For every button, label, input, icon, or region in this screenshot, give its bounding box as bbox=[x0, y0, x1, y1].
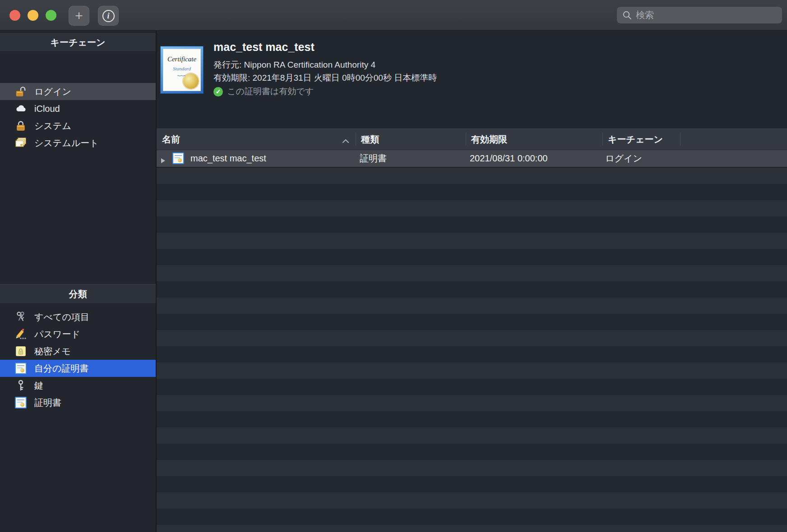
certificate-icon bbox=[14, 362, 27, 375]
table-body-empty-area bbox=[157, 167, 787, 532]
sidebar-item-label: 鍵 bbox=[34, 380, 43, 392]
column-header-keychain[interactable]: キーチェーン bbox=[608, 129, 663, 150]
sidebar-item-label: すべての項目 bbox=[34, 311, 89, 323]
category-section-header: 分類 bbox=[0, 284, 156, 304]
close-button[interactable] bbox=[9, 10, 20, 21]
valid-check-icon: ✓ bbox=[213, 87, 223, 96]
certificate-art-word: Certificate bbox=[163, 55, 200, 63]
get-info-button[interactable]: i bbox=[98, 6, 119, 26]
sidebar-item-label: システムルート bbox=[34, 137, 99, 149]
pencil-icon bbox=[14, 328, 27, 340]
search-icon bbox=[622, 10, 632, 20]
zoom-button[interactable] bbox=[46, 10, 56, 21]
table-row-mac-test[interactable]: mac_test mac_test 証明書 2021/08/31 0:00:00… bbox=[157, 150, 787, 167]
row-cell-keychain: ログイン bbox=[605, 150, 642, 167]
column-divider[interactable] bbox=[602, 133, 603, 146]
sidebar-item-certificates[interactable]: 証明書 bbox=[0, 394, 156, 411]
certificate-icon bbox=[14, 396, 27, 409]
sidebar-item-keys[interactable]: 鍵 bbox=[0, 377, 156, 394]
certificate-issuer: 発行元: Nippon RA Certification Authority 4 bbox=[213, 58, 437, 71]
sidebar-item-label: パスワード bbox=[34, 328, 80, 340]
add-item-button[interactable]: + bbox=[69, 6, 89, 26]
keychains-section-label: キーチェーン bbox=[51, 37, 106, 49]
table-header: 名前 種類 有効期限 キーチェーン bbox=[157, 128, 787, 150]
sidebar-item-all-items[interactable]: すべての項目 bbox=[0, 308, 156, 326]
lock-open-icon bbox=[14, 85, 27, 98]
certificate-art-word: Standard bbox=[163, 66, 200, 71]
sidebar-item-label: システム bbox=[34, 120, 71, 132]
row-cell-expires: 2021/08/31 0:00:00 bbox=[470, 150, 547, 167]
secure-note-icon bbox=[14, 345, 27, 358]
info-icon: i bbox=[102, 10, 115, 22]
certificate-seal bbox=[183, 73, 199, 89]
cloud-icon bbox=[14, 102, 27, 115]
system-roots-icon bbox=[14, 137, 27, 149]
sidebar: キーチェーン ログイン iCloud bbox=[0, 31, 156, 532]
sort-ascending-icon bbox=[342, 137, 350, 145]
sidebar-item-secure-notes[interactable]: 秘密メモ bbox=[0, 343, 156, 360]
sidebar-item-my-certificates[interactable]: 自分の証明書 bbox=[0, 360, 156, 377]
titlebar[interactable]: + i 検索 bbox=[0, 0, 787, 31]
certificate-title: mac_test mac_test bbox=[213, 41, 437, 54]
sidebar-item-label: 自分の証明書 bbox=[34, 362, 88, 375]
column-header-expires[interactable]: 有効期限 bbox=[471, 129, 507, 150]
search-placeholder: 検索 bbox=[636, 9, 654, 21]
sidebar-item-label: 証明書 bbox=[34, 397, 61, 409]
certificate-status-line: ✓ この証明書は有効です bbox=[213, 86, 437, 97]
keys-icon bbox=[14, 311, 27, 323]
sidebar-item-login-keychain[interactable]: ログイン bbox=[0, 83, 156, 100]
column-divider[interactable] bbox=[466, 133, 466, 146]
sidebar-item-passwords[interactable]: パスワード bbox=[0, 326, 156, 343]
column-divider[interactable] bbox=[356, 133, 356, 146]
column-header-name[interactable]: 名前 bbox=[162, 129, 180, 150]
lock-closed-icon bbox=[14, 119, 27, 132]
category-section-label: 分類 bbox=[69, 288, 87, 300]
search-input[interactable]: 検索 bbox=[617, 7, 782, 23]
column-divider[interactable] bbox=[680, 133, 681, 146]
sidebar-item-system-keychain[interactable]: システム bbox=[0, 117, 156, 134]
certificate-status-text: この証明書は有効です bbox=[227, 86, 314, 97]
certificate-expiry: 有効期限: 2021年8月31日 火曜日 0時00分00秒 日本標準時 bbox=[213, 71, 437, 84]
certificate-large-icon: Certificate Standard ~~~ bbox=[160, 46, 204, 94]
certificate-detail-panel: mac_test mac_test 発行元: Nippon RA Certifi… bbox=[213, 41, 437, 97]
row-cell-kind: 証明書 bbox=[360, 150, 387, 167]
plus-icon: + bbox=[75, 9, 83, 23]
sidebar-item-label: 秘密メモ bbox=[34, 345, 71, 358]
sidebar-item-label: ログイン bbox=[34, 86, 71, 98]
sidebar-item-label: iCloud bbox=[34, 104, 60, 114]
keychains-section-header: キーチェーン bbox=[0, 33, 156, 52]
keychain-access-window: + i 検索 キーチェーン bbox=[0, 0, 787, 532]
sidebar-item-icloud-keychain[interactable]: iCloud bbox=[0, 100, 156, 117]
certificate-icon bbox=[172, 152, 184, 164]
sidebar-item-system-roots-keychain[interactable]: システムルート bbox=[0, 134, 156, 151]
minimize-button[interactable] bbox=[28, 10, 38, 21]
column-header-kind[interactable]: 種類 bbox=[361, 129, 379, 150]
disclosure-triangle-icon[interactable] bbox=[161, 156, 166, 166]
row-cell-name: mac_test mac_test bbox=[190, 150, 266, 167]
key-icon bbox=[14, 379, 27, 392]
